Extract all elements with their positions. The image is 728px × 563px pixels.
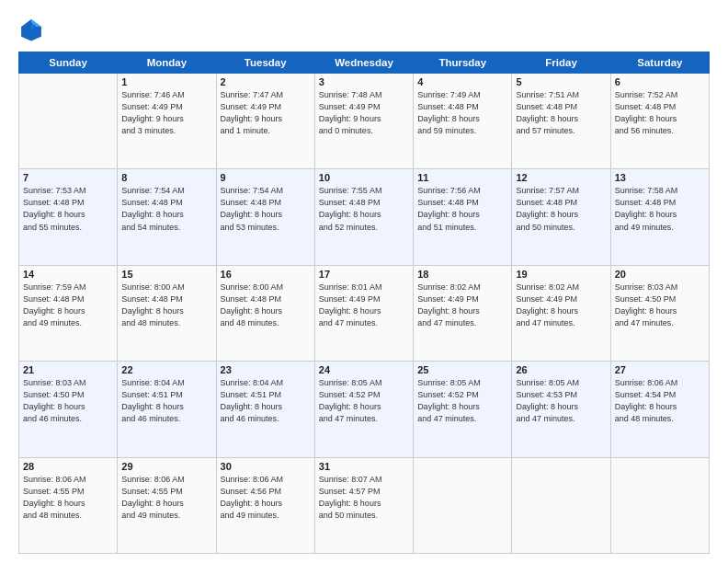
day-number: 22 <box>121 364 211 375</box>
calendar-cell: 9Sunrise: 7:54 AM Sunset: 4:48 PM Daylig… <box>216 169 314 265</box>
header <box>18 17 710 42</box>
day-info: Sunrise: 8:07 AM Sunset: 4:57 PM Dayligh… <box>319 474 409 522</box>
day-info: Sunrise: 7:55 AM Sunset: 4:48 PM Dayligh… <box>319 185 409 233</box>
calendar-cell: 14Sunrise: 7:59 AM Sunset: 4:48 PM Dayli… <box>19 265 118 361</box>
calendar-week-row: 28Sunrise: 8:06 AM Sunset: 4:55 PM Dayli… <box>19 457 710 553</box>
day-number: 10 <box>319 172 409 183</box>
calendar-cell: 2Sunrise: 7:47 AM Sunset: 4:49 PM Daylig… <box>216 74 314 169</box>
day-info: Sunrise: 8:04 AM Sunset: 4:51 PM Dayligh… <box>121 377 211 425</box>
day-number: 29 <box>121 461 211 472</box>
day-info: Sunrise: 8:01 AM Sunset: 4:49 PM Dayligh… <box>319 282 409 329</box>
logo <box>18 17 48 42</box>
calendar-cell: 8Sunrise: 7:54 AM Sunset: 4:48 PM Daylig… <box>118 169 216 265</box>
calendar-cell: 20Sunrise: 8:03 AM Sunset: 4:50 PM Dayli… <box>610 265 709 361</box>
day-number: 23 <box>221 364 311 375</box>
day-number: 14 <box>23 269 113 280</box>
day-number: 12 <box>516 172 606 183</box>
calendar-cell: 19Sunrise: 8:02 AM Sunset: 4:49 PM Dayli… <box>512 265 610 361</box>
day-info: Sunrise: 8:00 AM Sunset: 4:48 PM Dayligh… <box>121 282 211 329</box>
day-number: 5 <box>516 76 606 87</box>
day-number: 11 <box>417 172 507 183</box>
day-info: Sunrise: 7:54 AM Sunset: 4:48 PM Dayligh… <box>221 185 311 233</box>
day-info: Sunrise: 8:06 AM Sunset: 4:56 PM Dayligh… <box>221 474 311 522</box>
day-info: Sunrise: 7:59 AM Sunset: 4:48 PM Dayligh… <box>23 282 113 329</box>
day-info: Sunrise: 8:02 AM Sunset: 4:49 PM Dayligh… <box>516 282 606 329</box>
day-number: 1 <box>121 76 211 87</box>
calendar-cell: 27Sunrise: 8:06 AM Sunset: 4:54 PM Dayli… <box>610 362 709 457</box>
calendar-cell <box>19 74 118 169</box>
calendar-cell: 21Sunrise: 8:03 AM Sunset: 4:50 PM Dayli… <box>19 362 118 457</box>
calendar-header-sunday: Sunday <box>19 52 118 74</box>
page: SundayMondayTuesdayWednesdayThursdayFrid… <box>0 0 728 563</box>
calendar-header-saturday: Saturday <box>610 52 709 74</box>
day-info: Sunrise: 7:46 AM Sunset: 4:49 PM Dayligh… <box>121 89 211 137</box>
day-number: 21 <box>23 364 113 375</box>
day-info: Sunrise: 8:05 AM Sunset: 4:52 PM Dayligh… <box>417 377 507 425</box>
day-number: 19 <box>516 269 606 280</box>
day-info: Sunrise: 7:57 AM Sunset: 4:48 PM Dayligh… <box>516 185 606 233</box>
calendar-table: SundayMondayTuesdayWednesdayThursdayFrid… <box>18 52 710 554</box>
day-number: 18 <box>417 269 507 280</box>
day-number: 27 <box>615 364 705 375</box>
calendar-cell: 31Sunrise: 8:07 AM Sunset: 4:57 PM Dayli… <box>314 457 413 553</box>
day-number: 4 <box>417 76 507 87</box>
day-number: 17 <box>319 269 409 280</box>
calendar-cell <box>414 457 512 553</box>
day-number: 2 <box>221 76 311 87</box>
day-info: Sunrise: 8:05 AM Sunset: 4:53 PM Dayligh… <box>516 377 606 425</box>
calendar-cell: 4Sunrise: 7:49 AM Sunset: 4:48 PM Daylig… <box>414 74 512 169</box>
day-number: 30 <box>221 461 311 472</box>
day-number: 26 <box>516 364 606 375</box>
calendar-week-row: 21Sunrise: 8:03 AM Sunset: 4:50 PM Dayli… <box>19 362 710 457</box>
calendar-cell: 17Sunrise: 8:01 AM Sunset: 4:49 PM Dayli… <box>314 265 413 361</box>
day-info: Sunrise: 7:47 AM Sunset: 4:49 PM Dayligh… <box>221 89 311 137</box>
day-number: 24 <box>319 364 409 375</box>
day-info: Sunrise: 7:51 AM Sunset: 4:48 PM Dayligh… <box>516 89 606 137</box>
day-info: Sunrise: 8:05 AM Sunset: 4:52 PM Dayligh… <box>319 377 409 425</box>
calendar-cell: 3Sunrise: 7:48 AM Sunset: 4:49 PM Daylig… <box>314 74 413 169</box>
day-number: 6 <box>615 76 705 87</box>
calendar-header-friday: Friday <box>512 52 610 74</box>
day-info: Sunrise: 8:03 AM Sunset: 4:50 PM Dayligh… <box>23 377 113 425</box>
day-info: Sunrise: 7:49 AM Sunset: 4:48 PM Dayligh… <box>417 89 507 137</box>
day-number: 28 <box>23 461 113 472</box>
calendar-cell: 23Sunrise: 8:04 AM Sunset: 4:51 PM Dayli… <box>216 362 314 457</box>
calendar-week-row: 14Sunrise: 7:59 AM Sunset: 4:48 PM Dayli… <box>19 265 710 361</box>
calendar-cell: 16Sunrise: 8:00 AM Sunset: 4:48 PM Dayli… <box>216 265 314 361</box>
day-info: Sunrise: 8:03 AM Sunset: 4:50 PM Dayligh… <box>615 282 705 329</box>
day-number: 31 <box>319 461 409 472</box>
day-info: Sunrise: 8:06 AM Sunset: 4:55 PM Dayligh… <box>23 474 113 522</box>
calendar-cell: 6Sunrise: 7:52 AM Sunset: 4:48 PM Daylig… <box>610 74 709 169</box>
calendar-cell: 15Sunrise: 8:00 AM Sunset: 4:48 PM Dayli… <box>118 265 216 361</box>
day-number: 9 <box>221 172 311 183</box>
calendar-week-row: 7Sunrise: 7:53 AM Sunset: 4:48 PM Daylig… <box>19 169 710 265</box>
calendar-week-row: 1Sunrise: 7:46 AM Sunset: 4:49 PM Daylig… <box>19 74 710 169</box>
day-info: Sunrise: 8:06 AM Sunset: 4:55 PM Dayligh… <box>121 474 211 522</box>
day-number: 13 <box>615 172 705 183</box>
calendar-cell <box>512 457 610 553</box>
calendar-cell: 22Sunrise: 8:04 AM Sunset: 4:51 PM Dayli… <box>118 362 216 457</box>
calendar-header-row: SundayMondayTuesdayWednesdayThursdayFrid… <box>19 52 710 74</box>
calendar-cell: 11Sunrise: 7:56 AM Sunset: 4:48 PM Dayli… <box>414 169 512 265</box>
day-number: 20 <box>615 269 705 280</box>
day-number: 25 <box>417 364 507 375</box>
day-number: 8 <box>121 172 211 183</box>
calendar-cell: 26Sunrise: 8:05 AM Sunset: 4:53 PM Dayli… <box>512 362 610 457</box>
day-info: Sunrise: 7:53 AM Sunset: 4:48 PM Dayligh… <box>23 185 113 233</box>
day-info: Sunrise: 7:58 AM Sunset: 4:48 PM Dayligh… <box>615 185 705 233</box>
day-info: Sunrise: 7:48 AM Sunset: 4:49 PM Dayligh… <box>319 89 409 137</box>
day-number: 7 <box>23 172 113 183</box>
calendar-header-wednesday: Wednesday <box>314 52 413 74</box>
calendar-cell: 30Sunrise: 8:06 AM Sunset: 4:56 PM Dayli… <box>216 457 314 553</box>
day-info: Sunrise: 8:00 AM Sunset: 4:48 PM Dayligh… <box>221 282 311 329</box>
calendar-header-tuesday: Tuesday <box>216 52 314 74</box>
day-info: Sunrise: 8:02 AM Sunset: 4:49 PM Dayligh… <box>417 282 507 329</box>
calendar-cell: 25Sunrise: 8:05 AM Sunset: 4:52 PM Dayli… <box>414 362 512 457</box>
calendar-cell <box>610 457 709 553</box>
calendar-cell: 7Sunrise: 7:53 AM Sunset: 4:48 PM Daylig… <box>19 169 118 265</box>
day-info: Sunrise: 7:52 AM Sunset: 4:48 PM Dayligh… <box>615 89 705 137</box>
logo-icon <box>18 17 44 42</box>
day-number: 3 <box>319 76 409 87</box>
calendar-cell: 12Sunrise: 7:57 AM Sunset: 4:48 PM Dayli… <box>512 169 610 265</box>
day-info: Sunrise: 8:04 AM Sunset: 4:51 PM Dayligh… <box>221 377 311 425</box>
